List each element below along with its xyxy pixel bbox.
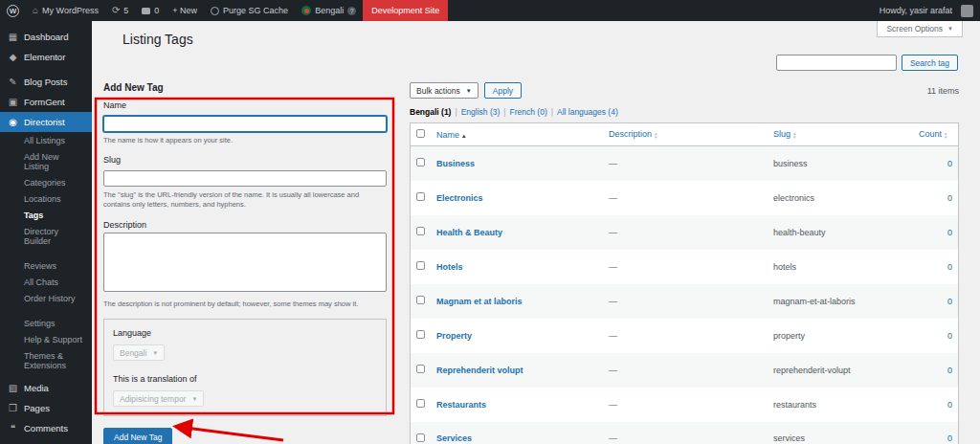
items-count: 11 items	[927, 86, 959, 96]
tag-name-link[interactable]: Electronics	[436, 193, 483, 203]
bulk-actions-select[interactable]: Bulk actions ▼	[410, 82, 479, 99]
tag-description: —	[603, 319, 768, 353]
tag-count-link[interactable]: 0	[947, 159, 952, 168]
tag-name-link[interactable]: Restaurants	[436, 400, 486, 410]
description-help-text: The description is not prominent by defa…	[103, 300, 387, 310]
row-checkbox[interactable]	[416, 433, 425, 442]
comments-menu[interactable]: 0	[135, 0, 166, 21]
tag-count-link[interactable]: 0	[947, 228, 952, 237]
row-checkbox[interactable]	[416, 365, 425, 373]
add-new-tag-form: Add New Tag Name The name is how it appe…	[103, 82, 387, 444]
description-field[interactable]	[103, 233, 387, 292]
sidebar-item-media[interactable]: ▧Media	[0, 378, 92, 398]
language-filter-all-languages[interactable]: All languages (4)	[557, 107, 618, 117]
add-new-tag-button[interactable]: Add New Tag	[103, 428, 172, 444]
sidebar-item-directorist[interactable]: ◉Directorist	[0, 112, 92, 132]
wordpress-menu[interactable]: W	[0, 0, 26, 21]
row-checkbox[interactable]	[416, 296, 425, 304]
sidebar-item-dashboard[interactable]: ▦Dashboard	[0, 27, 92, 47]
site-name-label: My WordPress	[42, 6, 99, 15]
new-content-menu[interactable]: + New	[166, 0, 204, 21]
updates-count: 5	[123, 6, 128, 15]
account-menu[interactable]: Howdy, yasir arafat	[873, 0, 980, 21]
language-label: Language	[113, 328, 377, 338]
column-header-description[interactable]: Description▴▾	[603, 123, 768, 146]
tag-description: —	[603, 284, 768, 319]
apply-button[interactable]: Apply	[484, 82, 522, 99]
tag-name-link[interactable]: Business	[436, 159, 475, 168]
slug-field[interactable]	[103, 170, 387, 187]
home-icon: ⌂	[33, 6, 38, 15]
chevron-down-icon: ▼	[191, 396, 197, 402]
language-menu[interactable]: Bengali ?	[295, 0, 363, 21]
search-tag-button[interactable]: Search tag	[902, 55, 958, 71]
row-checkbox[interactable]	[416, 399, 425, 408]
sidebar-item-all-listings[interactable]: All Listings	[0, 132, 92, 148]
sidebar-item-formgent[interactable]: ▣FormGent	[0, 92, 92, 112]
sidebar-item-categories[interactable]: Categories	[0, 174, 92, 190]
name-field[interactable]	[103, 116, 387, 132]
sidebar-item-locations[interactable]: Locations	[0, 190, 92, 207]
translation-of-select[interactable]: Adipisicing tempor ▼	[113, 390, 204, 407]
tag-name-link[interactable]: Magnam et at laboris	[436, 297, 523, 306]
updates-menu[interactable]: ⟳ 5	[105, 0, 135, 21]
sidebar-item-blog-posts[interactable]: ✎Blog Posts	[0, 72, 92, 92]
table-row: Health & Beauty—health-beauty0	[411, 215, 959, 250]
screen-options-button[interactable]: Screen Options ▼	[877, 21, 963, 37]
site-name-menu[interactable]: ⌂ My WordPress	[26, 0, 105, 21]
sidebar-item-label: Media	[24, 383, 49, 393]
purge-cache-menu[interactable]: Purge SG Cache	[204, 0, 295, 21]
tag-count-link[interactable]: 0	[947, 433, 952, 443]
row-checkbox[interactable]	[416, 227, 425, 235]
language-selected-value: Bengali	[120, 348, 146, 358]
sidebar-item-tags[interactable]: Tags	[0, 207, 92, 223]
tag-name-link[interactable]: Hotels	[436, 262, 463, 272]
sidebar-item-themes-extensions[interactable]: Themes & Extensions	[0, 347, 92, 373]
column-header-name[interactable]: Name▴	[431, 123, 603, 146]
search-input[interactable]	[776, 55, 897, 71]
page-title: Listing Tags	[122, 32, 980, 47]
sidebar-item-add-new-listing[interactable]: Add New Listing	[0, 148, 92, 174]
bengali-flag-icon	[301, 6, 311, 15]
language-filters: Bengali (1)|English (3)|French (0)|All l…	[410, 107, 959, 117]
tag-count-link[interactable]: 0	[947, 366, 952, 375]
tag-slug: property	[768, 319, 913, 353]
sidebar-item-order-history[interactable]: Order History	[0, 290, 92, 306]
tags-table-body: Business—business0Electronics—electronic…	[411, 146, 959, 444]
tag-count-link[interactable]: 0	[947, 331, 952, 341]
row-checkbox[interactable]	[416, 261, 425, 270]
language-filter-english[interactable]: English (3)	[461, 107, 501, 117]
sidebar-item-reviews[interactable]: Reviews	[0, 257, 92, 274]
tag-slug: reprehenderit-volupt	[768, 353, 913, 388]
language-filter-french[interactable]: French (0)	[510, 107, 547, 117]
comments-icon	[142, 8, 150, 14]
sidebar-item-elementor[interactable]: ◆Elementor	[0, 47, 92, 67]
tag-count-link[interactable]: 0	[947, 193, 952, 203]
sidebar-item-pages[interactable]: ❐Pages	[0, 398, 92, 418]
sidebar-item-directory-builder[interactable]: Directory Builder	[0, 223, 92, 249]
tag-name-link[interactable]: Health & Beauty	[436, 228, 502, 237]
sidebar-item-comments[interactable]: ❝Comments	[0, 418, 92, 438]
row-checkbox[interactable]	[416, 192, 425, 201]
sidebar-item-settings[interactable]: Settings	[0, 315, 92, 331]
language-filter-bengali[interactable]: Bengali (1)	[410, 107, 451, 117]
row-checkbox[interactable]	[416, 158, 425, 166]
tag-name-link[interactable]: Property	[436, 331, 472, 341]
column-header-slug[interactable]: Slug▴▾	[768, 123, 913, 146]
tag-count-link[interactable]: 0	[947, 262, 952, 272]
development-site-badge: Development Site	[363, 0, 448, 21]
tag-name-link[interactable]: Reprehenderit volupt	[436, 366, 523, 375]
tag-count-link[interactable]: 0	[947, 400, 952, 410]
sidebar-gap	[0, 306, 92, 315]
sidebar-item-all-chats[interactable]: All Chats	[0, 274, 92, 290]
row-checkbox[interactable]	[416, 330, 425, 339]
sidebar-item-label: Comments	[24, 423, 68, 433]
sidebar-item-help-support[interactable]: Help & Support	[0, 331, 92, 347]
tag-count-link[interactable]: 0	[947, 297, 952, 306]
column-header-count[interactable]: Count▴▾	[913, 123, 959, 146]
tag-name-link[interactable]: Services	[436, 433, 472, 443]
language-select[interactable]: Bengali ▼	[113, 344, 165, 361]
select-all-checkbox[interactable]	[416, 129, 425, 138]
form-heading: Add New Tag	[103, 82, 387, 93]
filter-separator: |	[503, 107, 505, 117]
